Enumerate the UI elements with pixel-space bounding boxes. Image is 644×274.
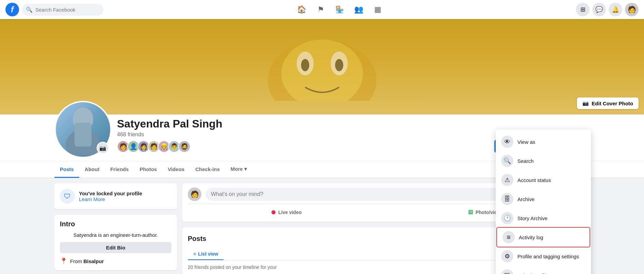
menu-item-view-as[interactable]: 👁 View as <box>496 132 591 151</box>
locked-profile-card: 🛡 You've locked your profile Learn More <box>54 183 177 209</box>
groups-icon: 👥 <box>354 5 363 14</box>
intro-title: Intro <box>60 220 171 228</box>
account-status-icon: ⚠ <box>501 174 513 186</box>
menu-item-unlock-profile[interactable]: 🛡 Unlock profile <box>496 266 591 274</box>
notifications-button[interactable]: 🔔 <box>609 3 622 16</box>
locked-profile-text: You've locked your profile Learn More <box>79 191 142 202</box>
svg-rect-8 <box>75 123 92 147</box>
tab-more[interactable]: More ▾ <box>225 161 252 178</box>
flag-icon: ⚑ <box>317 5 324 14</box>
location-icon: 📍 <box>60 257 67 265</box>
list-view-tab[interactable]: ≡ List view <box>188 248 224 260</box>
facebook-logo[interactable]: f <box>5 3 19 16</box>
store-nav-button[interactable]: 🏪 <box>332 1 348 18</box>
left-column: 🛡 You've locked your profile Learn More … <box>54 183 177 274</box>
svg-point-5 <box>335 59 343 71</box>
user-avatar-nav[interactable]: 🧑 <box>625 3 639 16</box>
svg-point-4 <box>301 59 309 71</box>
cover-cartoon <box>0 19 644 115</box>
live-dot-icon <box>271 210 276 214</box>
store-icon: 🏪 <box>335 5 344 14</box>
menu-label-unlock-profile: Unlock profile <box>517 273 548 274</box>
tab-checkins[interactable]: Check-ins <box>190 162 225 178</box>
post-avatar: 🧑 <box>188 187 201 201</box>
menu-item-archive[interactable]: 🗄 Archive <box>496 189 591 209</box>
flag-nav-button[interactable]: ⚑ <box>313 1 329 18</box>
lock-icon-circle: 🛡 <box>60 189 75 204</box>
tab-photos[interactable]: Photos <box>134 162 162 178</box>
messenger-button[interactable]: 💬 <box>592 3 606 16</box>
search-icon: 🔍 <box>26 6 33 13</box>
tab-about[interactable]: About <box>79 162 105 178</box>
shield-icon: 🛡 <box>64 193 71 200</box>
profile-tagging-icon: ⚙ <box>501 250 513 262</box>
locked-title: You've locked your profile <box>79 191 142 196</box>
menu-label-activity-log: Activity log <box>519 234 543 240</box>
location-text: From Bisalpur <box>70 258 104 264</box>
topnav: f 🔍 🏠 ⚑ 🏪 👥 ▦ ⊞ 💬 🔔 🧑 <box>0 0 644 19</box>
list-icon: ≡ <box>193 251 196 257</box>
friend-avatar[interactable]: 🧔 <box>178 140 191 153</box>
unlock-profile-icon: 🛡 <box>501 269 513 274</box>
intro-card: Intro Satyendra is an engineer-turn-auth… <box>54 215 177 270</box>
menu-label-account-status: Account status <box>517 177 551 183</box>
messenger-icon: 💬 <box>595 6 603 13</box>
search-input[interactable] <box>35 7 99 13</box>
friends-avatars: 🧑 👤 👩 🧑 👷 👨 🧔 <box>117 140 489 153</box>
tab-videos[interactable]: Videos <box>162 162 190 178</box>
groups-nav-button[interactable]: 👥 <box>351 1 367 18</box>
bell-icon: 🔔 <box>612 6 619 13</box>
learn-more-link[interactable]: Learn More <box>79 196 105 202</box>
photo-icon: 🖼 <box>468 210 473 215</box>
profile-details: Satyendra Pal Singh 468 friends 🧑 👤 👩 🧑 … <box>117 115 489 158</box>
menu-item-story-archive[interactable]: 🕐 Story Archive <box>496 209 591 228</box>
menu-item-search[interactable]: 🔍 Search <box>496 151 591 170</box>
search-bar[interactable]: 🔍 <box>22 4 103 16</box>
menu-item-profile-tagging[interactable]: ⚙ Profile and tagging settings <box>496 247 591 266</box>
tab-posts[interactable]: Posts <box>54 162 79 178</box>
camera-small-icon: 📷 <box>99 145 106 151</box>
menu-item-account-status[interactable]: ⚠ Account status <box>496 170 591 189</box>
menu-item-activity-log[interactable]: ≡ Activity log <box>497 228 590 247</box>
menu-label-view-as: View as <box>517 139 535 145</box>
story-archive-icon: 🕐 <box>501 212 513 224</box>
profile-avatar-wrapper: 📷 <box>54 101 112 158</box>
menu-label-profile-tagging: Profile and tagging settings <box>517 254 579 259</box>
cover-photo: 📷 Edit Cover Photo <box>0 19 644 115</box>
home-nav-button[interactable]: 🏠 <box>294 1 310 18</box>
friends-count[interactable]: 468 friends <box>117 132 489 138</box>
intro-location: 📍 From Bisalpur <box>60 257 171 265</box>
posts-title: Posts <box>188 235 206 243</box>
menu-label-archive: Archive <box>517 196 534 202</box>
avatar-image: 🧑 <box>628 5 636 14</box>
menu-nav-button[interactable]: ▦ <box>370 1 386 18</box>
tab-friends[interactable]: Friends <box>105 162 134 178</box>
menu-label-story-archive: Story Archive <box>517 215 547 221</box>
grid-button[interactable]: ⊞ <box>576 3 590 16</box>
home-icon: 🏠 <box>297 5 306 14</box>
grid-icon: ⊞ <box>580 6 585 13</box>
intro-bio: Satyendra is an engineer-turn-author. <box>60 232 171 238</box>
avatar-camera-button[interactable]: 📷 <box>97 142 109 154</box>
dropdown-menu: 👁 View as 🔍 Search ⚠ Account status 🗄 Ar… <box>496 130 591 274</box>
profile-name: Satyendra Pal Singh <box>117 118 489 130</box>
edit-bio-button[interactable]: Edit Bio <box>60 242 171 253</box>
menu-icon: ▦ <box>374 5 381 14</box>
nav-right: ⊞ 💬 🔔 🧑 <box>576 3 639 16</box>
view-as-icon: 👁 <box>501 136 513 148</box>
search-menu-icon: 🔍 <box>501 155 513 167</box>
nav-center: 🏠 ⚑ 🏪 👥 ▦ <box>106 1 573 18</box>
menu-label-search: Search <box>517 158 534 164</box>
activity-log-icon: ≡ <box>502 231 515 243</box>
archive-icon: 🗄 <box>501 193 513 205</box>
live-video-button[interactable]: Live video <box>188 207 385 218</box>
